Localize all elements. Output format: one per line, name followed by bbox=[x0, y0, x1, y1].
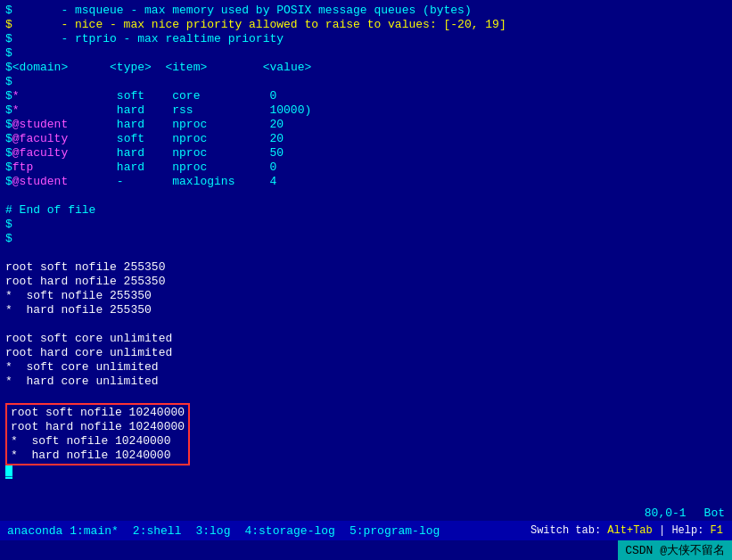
tab-program-log-label: 5:program-log bbox=[350, 524, 440, 538]
line-dollar2: $ bbox=[5, 232, 727, 246]
f1-key: F1 bbox=[711, 524, 723, 537]
line-8: $* hard rss 10000) bbox=[5, 103, 727, 118]
line-core1: root soft core unlimited bbox=[5, 332, 727, 346]
terminal[interactable]: $ - msqueue - max memory used by POSIX m… bbox=[0, 0, 732, 517]
tab-switch-hint: Switch tab: Alt+Tab | Help: F1 bbox=[530, 524, 732, 537]
line-6: $ bbox=[5, 75, 727, 89]
line-nofile3: * soft nofile 255350 bbox=[5, 289, 727, 303]
tab-storage-log-label: 4:storage-log bbox=[244, 524, 334, 538]
alt-tab-key: Alt+Tab bbox=[607, 524, 652, 537]
line-5: $<domain> <type> <item> <value> bbox=[5, 61, 727, 75]
cursor: _ bbox=[5, 465, 12, 479]
line-blank4 bbox=[5, 389, 727, 403]
line-7: $* soft core 0 bbox=[5, 89, 727, 103]
line-nofile1: root soft nofile 255350 bbox=[5, 260, 727, 275]
tab-shell[interactable]: 2:shell bbox=[126, 521, 189, 540]
watermark-left bbox=[0, 540, 21, 560]
line-big1: root soft nofile 10240000 bbox=[11, 406, 185, 420]
line-2: $ - nice - max nice priority allowed to … bbox=[5, 18, 727, 32]
line-13: $@student - maxlogins 4 bbox=[5, 175, 727, 189]
line-core3: * soft core unlimited bbox=[5, 360, 727, 375]
line-blank1 bbox=[5, 189, 727, 203]
status-scroll: Bot bbox=[704, 506, 725, 520]
line-big3: * soft nofile 10240000 bbox=[11, 434, 185, 449]
tab-program-log[interactable]: 5:program-log bbox=[342, 521, 447, 540]
tab-anaconda[interactable]: anaconda 1:main* bbox=[0, 521, 126, 540]
tab-shell-label: 2:shell bbox=[133, 524, 182, 538]
line-big4: * hard nofile 10240000 bbox=[11, 449, 185, 463]
statusbar: 80,0-1 Bot bbox=[0, 505, 732, 521]
line-1: $ - msqueue - max memory used by POSIX m… bbox=[5, 4, 727, 18]
tab-log-label: 3:log bbox=[195, 524, 230, 538]
tab-log[interactable]: 3:log bbox=[188, 521, 237, 540]
line-10: $@faculty soft nproc 20 bbox=[5, 132, 727, 146]
status-position: 80,0-1 bbox=[645, 506, 687, 520]
line-nofile2: root hard nofile 255350 bbox=[5, 275, 727, 289]
line-blank3 bbox=[5, 317, 727, 332]
line-core4: * hard core unlimited bbox=[5, 375, 727, 389]
line-4: $ bbox=[5, 46, 727, 61]
highlighted-block: root soft nofile 10240000 root hard nofi… bbox=[5, 403, 190, 465]
line-eof: # End of file bbox=[5, 203, 727, 218]
line-nofile4: * hard nofile 255350 bbox=[5, 303, 727, 317]
cursor-line: _ bbox=[5, 465, 727, 480]
watermark-text: CSDN @大侠不留名 bbox=[625, 542, 725, 558]
line-9: $@student hard nproc 20 bbox=[5, 118, 727, 132]
line-12: $ftp hard nproc 0 bbox=[5, 161, 727, 175]
line-blank2 bbox=[5, 246, 727, 260]
line-big2: root hard nofile 10240000 bbox=[11, 420, 185, 434]
tab-anaconda-label: anaconda 1:main* bbox=[7, 524, 119, 538]
watermark: CSDN @大侠不留名 bbox=[618, 540, 732, 560]
tabbar: anaconda 1:main* 2:shell 3:log 4:storage… bbox=[0, 521, 732, 540]
line-3: $ - rtprio - max realtime priority bbox=[5, 32, 727, 46]
line-dollar1: $ bbox=[5, 218, 727, 232]
line-11: $@faculty hard nproc 50 bbox=[5, 146, 727, 161]
line-core2: root hard core unlimited bbox=[5, 346, 727, 360]
tab-storage-log[interactable]: 4:storage-log bbox=[237, 521, 341, 540]
